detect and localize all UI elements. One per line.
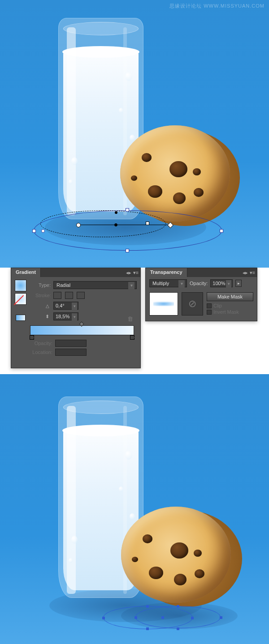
- water-drop: [71, 536, 78, 544]
- invert-mask-label: Invert Mask: [213, 309, 239, 315]
- anchor-point[interactable]: [146, 605, 149, 608]
- choc-chip: [132, 557, 138, 562]
- artboard-top: 思缘设计论坛 WWW.MISSYUAN.COM: [0, 0, 269, 268]
- opacity-label: Opacity:: [30, 341, 52, 346]
- water-drop: [125, 72, 132, 81]
- panel-tabbar: Gradient ◂▸ ▾≡: [11, 268, 140, 277]
- anchor-point[interactable]: [126, 249, 129, 252]
- panel-collapse-icon[interactable]: ◂▸: [126, 270, 131, 276]
- panel-menu-icon[interactable]: ▾≡: [133, 270, 139, 276]
- water-drop: [71, 157, 78, 165]
- control-dot[interactable]: [115, 211, 117, 214]
- reverse-gradient-icon[interactable]: [16, 315, 27, 324]
- anchor-point[interactable]: [134, 616, 137, 619]
- stroke-swatch[interactable]: [15, 293, 26, 305]
- direction-handle[interactable]: [41, 229, 45, 233]
- gradient-ramp[interactable]: [30, 325, 134, 335]
- panel-tabbar: Transparency ◂▸ ▾≡: [146, 268, 257, 277]
- opacity-input[interactable]: 100%: [210, 279, 233, 287]
- anchor-point[interactable]: [191, 617, 194, 619]
- mask-thumbnail-empty[interactable]: ⊘: [182, 292, 203, 316]
- gradient-annotator[interactable]: [78, 223, 170, 227]
- anchor-point[interactable]: [126, 208, 129, 212]
- angle-icon: [35, 303, 51, 308]
- stroke-mode-3-icon[interactable]: [77, 292, 85, 299]
- cookie-front: [121, 507, 231, 603]
- blend-mode-select[interactable]: Multiply: [149, 279, 187, 287]
- choc-chip: [142, 153, 152, 162]
- anchor-point[interactable]: [220, 229, 223, 233]
- anchor-point[interactable]: [177, 627, 179, 630]
- choc-chip: [194, 188, 204, 197]
- water-drop: [125, 451, 132, 460]
- stroke-label: Stroke:: [35, 293, 51, 298]
- watermark-text: 思缘设计论坛 WWW.MISSYUAN.COM: [169, 3, 265, 9]
- water-drop: [69, 558, 73, 563]
- stroke-mode-2-icon[interactable]: [65, 292, 73, 299]
- choc-chip: [143, 534, 152, 543]
- choc-chip: [169, 161, 187, 177]
- aspect-input[interactable]: 18,5%: [53, 312, 78, 320]
- cookie-front: [120, 125, 230, 222]
- gradient-stop-left[interactable]: [30, 335, 34, 340]
- opacity-label: Opacity:: [190, 281, 208, 286]
- water-drop: [119, 108, 123, 113]
- gradient-stop-right[interactable]: [130, 335, 134, 340]
- anchor-point[interactable]: [220, 616, 222, 619]
- stroke-mode-1-icon[interactable]: [53, 292, 61, 299]
- gradient-midpoint-diamond[interactable]: [79, 321, 84, 326]
- water-drop: [69, 179, 73, 184]
- panel-menu-icon[interactable]: ▾≡: [250, 270, 255, 276]
- transparency-panel: Transparency ◂▸ ▾≡ Multiply Opacity: 100…: [145, 268, 257, 321]
- make-mask-button[interactable]: Make Mask: [207, 292, 253, 301]
- selected-ellipse-2[interactable]: [135, 606, 221, 628]
- angle-input[interactable]: 0,4°: [53, 302, 78, 310]
- stop-opacity-input[interactable]: [55, 340, 87, 347]
- anchor-point[interactable]: [32, 229, 36, 233]
- aspect-icon: [35, 314, 51, 320]
- water-drop: [130, 135, 135, 141]
- anchor-point[interactable]: [146, 627, 149, 630]
- choc-chip: [148, 185, 162, 198]
- water-drop: [119, 486, 123, 492]
- opacity-slider-icon[interactable]: ▸: [235, 280, 242, 287]
- type-label: Type:: [35, 282, 51, 288]
- gradient-panel: Gradient ◂▸ ▾≡ Type: Radial Stroke:: [11, 268, 141, 368]
- location-label: Location:: [30, 350, 52, 355]
- gradient-midpoint-handle[interactable]: [114, 223, 117, 226]
- delete-stop-icon[interactable]: 🗑: [127, 316, 133, 322]
- choc-chip: [173, 192, 186, 204]
- anchor-point[interactable]: [102, 617, 105, 619]
- gradient-type-select[interactable]: Radial: [53, 281, 137, 289]
- center-point[interactable]: [161, 616, 164, 619]
- choc-chip: [170, 542, 188, 559]
- anchor-point[interactable]: [177, 605, 179, 608]
- choc-chip: [174, 574, 187, 585]
- choc-chip: [194, 550, 202, 557]
- stop-location-input[interactable]: [55, 349, 87, 356]
- panels-area: Gradient ◂▸ ▾≡ Type: Radial Stroke:: [0, 268, 269, 371]
- choc-chip: [131, 175, 137, 181]
- clip-label: Clip: [213, 303, 222, 308]
- glass-highlight-1: [67, 27, 76, 215]
- fill-swatch[interactable]: [15, 280, 26, 291]
- invert-mask-checkbox[interactable]: [207, 310, 212, 315]
- artwork-thumbnail[interactable]: [149, 292, 178, 316]
- clip-checkbox[interactable]: [207, 303, 212, 308]
- artboard-bottom: [0, 374, 269, 644]
- choc-chip: [195, 569, 204, 578]
- panel-collapse-icon[interactable]: ◂▸: [243, 270, 248, 276]
- gradient-origin-handle[interactable]: [76, 223, 81, 227]
- glass-highlight-1: [67, 406, 76, 594]
- choc-chip: [193, 168, 201, 175]
- gradient-tab[interactable]: Gradient: [11, 268, 41, 277]
- water-drop: [130, 513, 135, 520]
- gradient-slider-handle[interactable]: [146, 222, 149, 225]
- transparency-tab[interactable]: Transparency: [146, 268, 187, 277]
- choc-chip: [149, 567, 163, 579]
